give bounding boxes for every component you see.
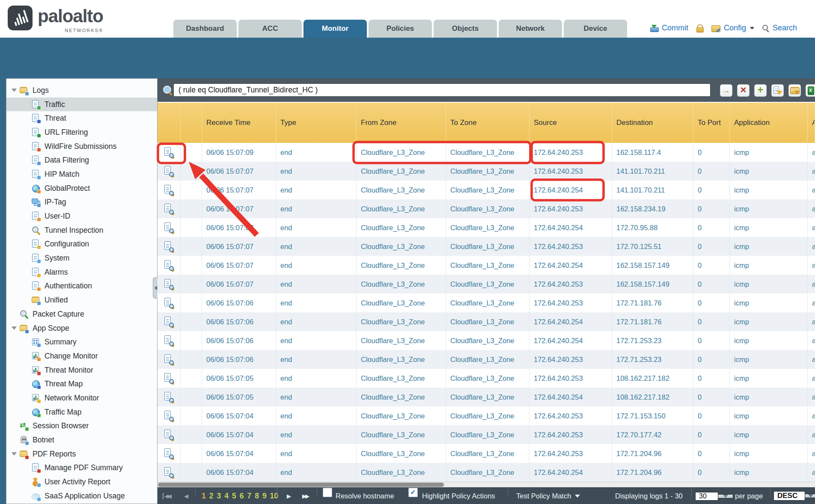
- cell-source[interactable]: 172.64.240.253: [529, 406, 612, 425]
- cell-from[interactable]: Cloudflare_L3_Zone: [357, 199, 446, 218]
- cell-destination[interactable]: 172.71.253.23: [612, 331, 693, 350]
- cell-type[interactable]: end: [276, 463, 357, 482]
- cell-to[interactable]: Cloudflare_L3_Zone: [446, 406, 529, 425]
- cell-to[interactable]: Cloudflare_L3_Zone: [446, 388, 529, 406]
- filter-builder-icon[interactable]: [771, 84, 784, 97]
- first-page-button[interactable]: ◀◀: [163, 493, 170, 499]
- log-detail-icon[interactable]: [164, 373, 174, 384]
- cell-action[interactable]: a: [808, 256, 815, 275]
- cell-time[interactable]: 06/06 15:07:07: [202, 162, 276, 181]
- cell-type[interactable]: end: [276, 256, 357, 275]
- log-detail-icon[interactable]: [164, 467, 174, 478]
- log-detail-icon[interactable]: [164, 166, 174, 177]
- cell-app[interactable]: icmp: [730, 143, 808, 162]
- page-number-6[interactable]: 6: [240, 492, 244, 501]
- sidebar-item-hip-match[interactable]: HIP Match: [6, 167, 157, 181]
- cell-from[interactable]: Cloudflare_L3_Zone: [357, 237, 446, 256]
- last-page-button[interactable]: ▶▶: [302, 493, 308, 499]
- cell-destination[interactable]: 172.71.153.150: [612, 406, 693, 425]
- sidebar-item-configuration[interactable]: Configuration: [6, 237, 157, 252]
- cell-destination[interactable]: 172.71.181.76: [612, 294, 693, 312]
- log-detail-icon[interactable]: [164, 204, 174, 214]
- cell-destination[interactable]: 162.158.157.149: [612, 256, 693, 275]
- sort-order-dropdown-button[interactable]: [805, 494, 815, 498]
- cell-type[interactable]: end: [276, 199, 357, 218]
- cell-type[interactable]: end: [276, 331, 357, 350]
- column-header-destination[interactable]: Destination: [612, 103, 693, 143]
- cell-destination[interactable]: 141.101.70.211: [612, 181, 693, 199]
- log-detail-icon[interactable]: [164, 241, 174, 252]
- cell-to[interactable]: Cloudflare_L3_Zone: [446, 369, 529, 388]
- cell-app[interactable]: icmp: [730, 406, 808, 425]
- page-number-1[interactable]: 1: [202, 492, 206, 501]
- cell-destination[interactable]: 172.71.253.23: [612, 350, 693, 369]
- cell-time[interactable]: 06/06 15:07:04: [202, 425, 276, 444]
- cell-port[interactable]: 0: [693, 294, 730, 312]
- cell-port[interactable]: 0: [693, 406, 730, 425]
- cell-destination[interactable]: 172.71.181.76: [612, 312, 693, 331]
- log-detail-icon[interactable]: [164, 279, 174, 290]
- sidebar-item-traffic[interactable]: Traffic: [6, 98, 157, 112]
- sidebar-item-saas-application-usage[interactable]: SaaS Application Usage: [6, 489, 157, 503]
- column-header-to-port[interactable]: To Port: [693, 103, 730, 143]
- cell-time[interactable]: 06/06 15:07:05: [202, 369, 276, 388]
- cell-destination[interactable]: 108.162.217.182: [612, 388, 693, 406]
- cell-from[interactable]: Cloudflare_L3_Zone: [357, 388, 446, 406]
- sort-order-select[interactable]: DESC: [773, 489, 815, 502]
- cell-from[interactable]: Cloudflare_L3_Zone: [357, 181, 446, 199]
- sidebar-item-tunnel-inspection[interactable]: Tunnel Inspection: [6, 223, 157, 237]
- log-detail-icon[interactable]: [164, 411, 174, 421]
- cell-source[interactable]: 172.64.240.254: [529, 181, 612, 199]
- sidebar-item-threat-monitor[interactable]: Threat Monitor: [6, 363, 157, 377]
- cell-time[interactable]: 06/06 15:07:07: [202, 218, 276, 237]
- log-detail-icon[interactable]: [164, 354, 174, 365]
- cell-to[interactable]: Cloudflare_L3_Zone: [446, 237, 529, 256]
- cell-action[interactable]: a: [808, 294, 815, 312]
- sidebar-item-packet-capture[interactable]: Packet Capture: [6, 307, 157, 321]
- lock-icon[interactable]: [696, 24, 704, 33]
- cell-to[interactable]: Cloudflare_L3_Zone: [446, 181, 529, 199]
- cell-app[interactable]: icmp: [730, 425, 808, 444]
- cell-source[interactable]: 172.64.240.253: [529, 275, 612, 294]
- tab-network[interactable]: Network: [499, 20, 562, 38]
- cell-time[interactable]: 06/06 15:07:07: [202, 256, 276, 275]
- log-detail-icon[interactable]: [164, 298, 174, 308]
- cell-action[interactable]: a: [808, 143, 815, 162]
- column-header-source[interactable]: Source: [529, 103, 612, 143]
- cell-app[interactable]: icmp: [730, 444, 808, 463]
- log-detail-icon[interactable]: [164, 185, 174, 196]
- per-page-select[interactable]: 30: [695, 490, 733, 502]
- column-header-application[interactable]: Application: [730, 103, 808, 143]
- sidebar-item-threat-map[interactable]: Threat Map: [6, 377, 157, 391]
- cell-to[interactable]: Cloudflare_L3_Zone: [446, 444, 529, 463]
- cell-destination[interactable]: 141.101.70.211: [612, 162, 693, 181]
- cell-action[interactable]: a: [808, 388, 815, 406]
- cell-app[interactable]: icmp: [730, 162, 808, 181]
- cell-time[interactable]: 06/06 15:07:05: [202, 388, 276, 406]
- cell-source[interactable]: 172.64.240.254: [529, 256, 612, 275]
- cell-source[interactable]: 172.64.240.254: [529, 388, 612, 406]
- page-number-5[interactable]: 5: [232, 492, 236, 501]
- cell-from[interactable]: Cloudflare_L3_Zone: [357, 294, 446, 312]
- column-header-receive-time[interactable]: Receive Time: [202, 103, 276, 143]
- cell-from[interactable]: Cloudflare_L3_Zone: [357, 425, 446, 444]
- cell-type[interactable]: end: [276, 275, 357, 294]
- sidebar-item-alarms[interactable]: Alarms: [6, 265, 157, 279]
- cell-app[interactable]: icmp: [730, 256, 808, 275]
- cell-time[interactable]: 06/06 15:07:09: [202, 143, 276, 162]
- cell-source[interactable]: 172.64.240.253: [529, 350, 612, 369]
- cell-action[interactable]: a: [808, 350, 815, 369]
- log-detail-icon[interactable]: [164, 448, 174, 459]
- cell-app[interactable]: icmp: [730, 350, 808, 369]
- cell-action[interactable]: a: [808, 463, 815, 482]
- column-header-type[interactable]: Type: [276, 103, 357, 143]
- cell-type[interactable]: end: [276, 294, 357, 312]
- sidebar-item-session-browser[interactable]: Session Browser: [6, 419, 157, 433]
- load-filter-icon[interactable]: [788, 84, 801, 97]
- prev-page-button[interactable]: ◀: [184, 493, 187, 499]
- cell-port[interactable]: 0: [693, 237, 730, 256]
- cell-to[interactable]: Cloudflare_L3_Zone: [446, 143, 529, 162]
- cell-action[interactable]: a: [808, 218, 815, 237]
- expand-caret-icon[interactable]: [9, 452, 19, 456]
- column-header-to-zone[interactable]: To Zone: [446, 103, 529, 143]
